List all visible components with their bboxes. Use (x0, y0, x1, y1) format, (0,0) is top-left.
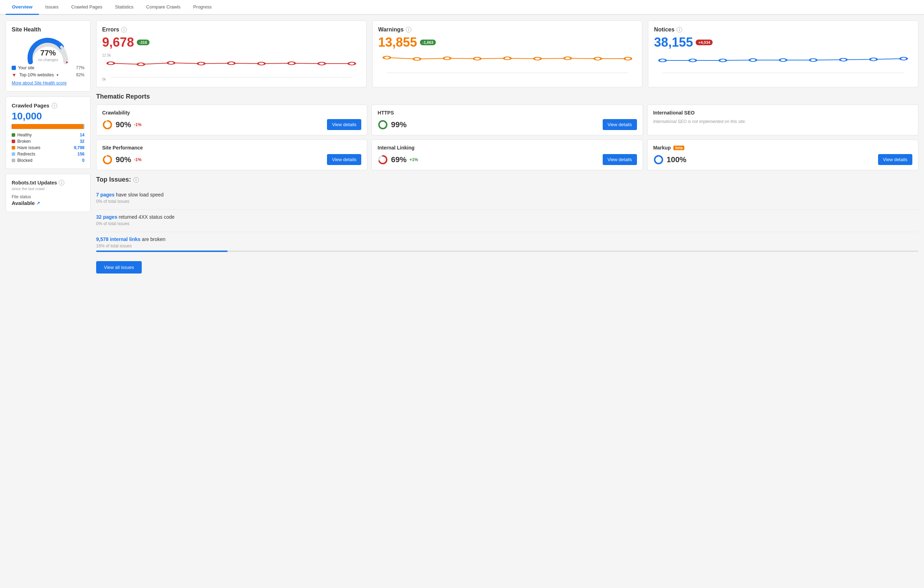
svg-point-23 (719, 59, 726, 62)
notices-label: Notices (654, 26, 675, 33)
tab-issues[interactable]: Issues (39, 0, 65, 15)
crawled-pages-card: Crawled Pages i 10,000 Healthy 14 (6, 97, 91, 169)
count-broken: 32 (80, 139, 84, 144)
external-link-icon[interactable]: ↗ (36, 201, 40, 206)
legend-label-top: Top-10% websites (20, 72, 54, 77)
site-health-legend: Your site 77% ▼ Top-10% websites ▾ 92% (12, 65, 84, 78)
svg-point-27 (840, 58, 846, 61)
legend-dot-site (12, 66, 16, 70)
site-performance-donut-icon (102, 155, 113, 165)
warnings-label: Warnings (378, 26, 404, 33)
bar-issues (12, 124, 83, 129)
crawled-progress-bar (12, 124, 84, 129)
gauge-wrap: 77% no changes (25, 37, 71, 62)
markup-view-btn[interactable]: View details (878, 154, 912, 165)
svg-point-5 (228, 62, 235, 65)
notices-chart (654, 53, 912, 76)
tab-progress[interactable]: Progress (186, 0, 218, 15)
view-all-issues-button[interactable]: View all issues (96, 261, 142, 273)
report-internal-linking-score: 69% +1% (378, 155, 418, 165)
errors-value-row: 9,678 -316 (102, 35, 361, 50)
warnings-header: Warnings i (378, 26, 637, 33)
robots-title: Robots.txt Updates i (12, 180, 84, 186)
crawlability-view-btn[interactable]: View details (327, 119, 361, 130)
notices-chart-svg (654, 53, 912, 74)
warnings-info-icon: i (406, 27, 411, 33)
issue-item-0: 7 pages have slow load speed 0% of total… (96, 188, 918, 210)
legend-arrow-top: ▼ (12, 72, 16, 78)
svg-point-40 (655, 156, 662, 164)
internal-linking-view-btn[interactable]: View details (603, 154, 637, 165)
dot-redirects (12, 152, 15, 156)
report-site-performance-score: 90% -1% (102, 155, 141, 165)
gauge-container: 77% no changes (12, 37, 84, 62)
internal-linking-change: +1% (409, 157, 418, 162)
internal-linking-donut-icon (378, 155, 388, 165)
beta-badge: beta (673, 146, 684, 150)
issue-link-2[interactable]: 9,578 internal links (96, 236, 140, 242)
bar-redirects (83, 124, 84, 129)
notices-value-row: 38,155 +4,034 (654, 35, 912, 50)
gauge-label: no changes (38, 58, 58, 62)
report-internal-linking-title: Internal Linking (378, 145, 637, 150)
report-internal-linking-body: 69% +1% View details (378, 154, 637, 165)
count-redirects: 156 (78, 152, 84, 156)
label-healthy: Healthy (17, 132, 32, 137)
markup-donut-icon (653, 155, 664, 165)
issue-sub-1: 0% of total issues (96, 221, 918, 226)
robots-card: Robots.txt Updates i since the last craw… (6, 174, 91, 212)
issue-link-0[interactable]: 7 pages (96, 192, 114, 198)
svg-point-21 (659, 59, 666, 62)
legend-value-top: 92% (76, 72, 84, 77)
report-markup: Markup beta 100% View details (647, 140, 918, 170)
label-redirects: Redirects (17, 152, 35, 156)
reports-grid: Crawlability 90% -1% View details (96, 105, 918, 170)
errors-card: Errors i 9,678 -316 12.5k (96, 20, 366, 87)
svg-point-2 (137, 63, 144, 66)
issue-link-1[interactable]: 32 pages (96, 214, 117, 220)
svg-point-22 (689, 59, 696, 62)
report-https-body: 99% View details (378, 119, 637, 130)
legend-value-site: 77% (76, 65, 84, 70)
warnings-chart-svg (378, 53, 637, 74)
https-view-btn[interactable]: View details (603, 119, 637, 130)
tab-crawled-pages[interactable]: Crawled Pages (65, 0, 109, 15)
main-layout: Site Health 77% no chan (0, 15, 924, 279)
errors-value: 9,678 (102, 35, 134, 50)
crawl-legend-healthy: Healthy 14 (12, 132, 84, 137)
legend-item-site: Your site 77% (12, 65, 84, 70)
warnings-chart (378, 53, 637, 76)
crawl-legend-issues: Have issues 9,798 (12, 145, 84, 150)
notices-card: Notices i 38,155 +4,034 (648, 20, 918, 87)
tab-statistics[interactable]: Statistics (109, 0, 140, 15)
svg-point-11 (383, 56, 390, 59)
report-international-seo-disabled: International SEO is not implemented on … (653, 119, 912, 124)
errors-chart-low: 0k (102, 77, 106, 81)
tab-overview[interactable]: Overview (6, 0, 39, 15)
warnings-badge: -1,063 (420, 40, 436, 45)
svg-point-28 (870, 58, 877, 61)
robots-info-icon: i (59, 180, 64, 186)
dot-healthy (12, 133, 15, 137)
issue-sub-0: 0% of total issues (96, 199, 918, 204)
report-https-score: 99% (378, 119, 406, 130)
gauge-percent: 77% (38, 48, 58, 58)
legend-label-site: Your site (18, 65, 34, 70)
tab-compare-crawls[interactable]: Compare Crawls (140, 0, 187, 15)
svg-point-13 (444, 57, 450, 60)
warnings-value: 13,855 (378, 35, 417, 50)
svg-point-26 (810, 59, 817, 61)
errors-badge: -316 (137, 40, 150, 45)
top-issues-list: 7 pages have slow load speed 0% of total… (96, 188, 918, 256)
errors-label: Errors (102, 26, 119, 33)
label-blocked: Blocked (17, 158, 33, 163)
site-performance-view-btn[interactable]: View details (327, 154, 361, 165)
errors-chart-svg (102, 58, 361, 79)
report-international-seo: International SEO International SEO is n… (647, 105, 918, 135)
more-about-link[interactable]: More about Site Health score (12, 81, 84, 86)
top-issues-section: Top Issues: i 7 pages have slow load spe… (96, 176, 918, 273)
svg-point-18 (594, 57, 601, 60)
notices-badge: +4,034 (696, 40, 713, 45)
notices-info-icon: i (676, 27, 682, 33)
issue-title-2: 9,578 internal links are broken (96, 236, 918, 242)
